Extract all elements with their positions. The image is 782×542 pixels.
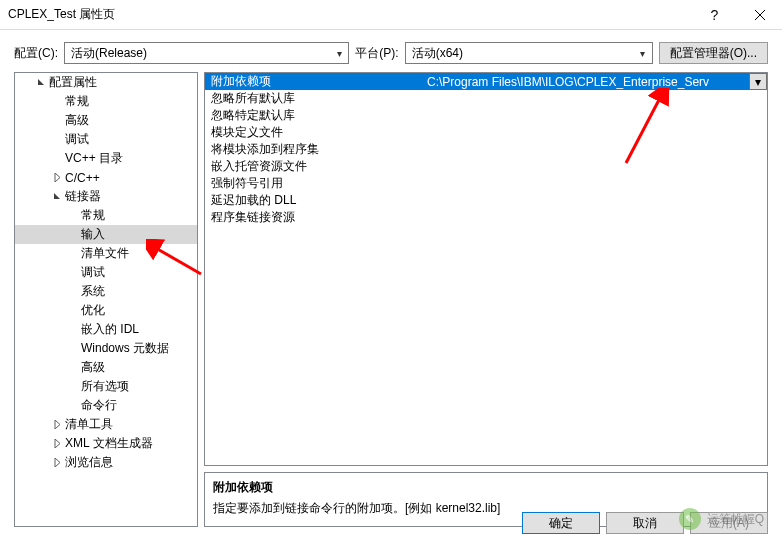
config-label: 配置(C): [14,45,58,62]
tree-node[interactable]: 清单文件 [15,244,197,263]
expander-none [51,96,63,108]
tree-node[interactable]: 清单工具 [15,415,197,434]
chevron-down-icon[interactable]: ▾ [749,73,767,90]
expander-closed-icon[interactable] [51,419,63,431]
tree-node-label: 调试 [65,131,89,148]
property-label: 忽略所有默认库 [205,90,423,107]
tree-node-label: 高级 [81,359,105,376]
expander-closed-icon[interactable] [51,172,63,184]
expander-none [67,400,79,412]
expander-none [67,343,79,355]
tree-node[interactable]: 常规 [15,92,197,111]
tree-node[interactable]: Windows 元数据 [15,339,197,358]
property-value[interactable]: C:\Program Files\IBM\ILOG\CPLEX_Enterpri… [423,75,749,89]
tree-node-label: 配置属性 [49,74,97,91]
tree-node[interactable]: 输入 [15,225,197,244]
tree-node-label: VC++ 目录 [65,150,123,167]
tree-node-label: 清单工具 [65,416,113,433]
tree-node[interactable]: 浏览信息 [15,453,197,472]
tree-node[interactable]: 优化 [15,301,197,320]
tree-node[interactable]: 系统 [15,282,197,301]
tree-node-label: 浏览信息 [65,454,113,471]
expander-open-icon[interactable] [51,191,63,203]
tree-node-label: C/C++ [65,171,100,185]
config-manager-button[interactable]: 配置管理器(O)... [659,42,768,64]
expander-none [67,381,79,393]
tree-node[interactable]: XML 文档生成器 [15,434,197,453]
content: 配置属性常规高级调试VC++ 目录C/C++链接器常规输入清单文件调试系统优化嵌… [0,72,782,527]
tree-node-label: 链接器 [65,188,101,205]
chevron-down-icon: ▾ [634,48,652,59]
tree-node[interactable]: 配置属性 [15,73,197,92]
expander-none [51,134,63,146]
tree-node-label: Windows 元数据 [81,340,169,357]
tree-node-label: 高级 [65,112,89,129]
tree-node-label: 调试 [81,264,105,281]
property-row[interactable]: 模块定义文件 [205,124,767,141]
expander-none [67,324,79,336]
tree-node[interactable]: 高级 [15,358,197,377]
tree-node[interactable]: 调试 [15,130,197,149]
expander-open-icon[interactable] [35,77,47,89]
right-column: 附加依赖项C:\Program Files\IBM\ILOG\CPLEX_Ent… [204,72,768,527]
tree-node-label: 优化 [81,302,105,319]
tree-node-label: 系统 [81,283,105,300]
tree-node[interactable]: VC++ 目录 [15,149,197,168]
property-row[interactable]: 忽略特定默认库 [205,107,767,124]
platform-combo[interactable]: 活动(x64) ▾ [405,42,653,64]
expander-none [51,153,63,165]
property-row[interactable]: 程序集链接资源 [205,209,767,226]
property-row[interactable]: 忽略所有默认库 [205,90,767,107]
property-label: 嵌入托管资源文件 [205,158,423,175]
dialog-buttons: 确定 取消 应用(A) [0,504,782,542]
property-row[interactable]: 延迟加载的 DLL [205,192,767,209]
tree-node[interactable]: C/C++ [15,168,197,187]
window-title: CPLEX_Test 属性页 [8,6,692,23]
property-row[interactable]: 将模块添加到程序集 [205,141,767,158]
platform-label: 平台(P): [355,45,398,62]
property-grid[interactable]: 附加依赖项C:\Program Files\IBM\ILOG\CPLEX_Ent… [204,72,768,466]
expander-none [67,362,79,374]
tree-node-label: 命令行 [81,397,117,414]
property-row[interactable]: 强制符号引用 [205,175,767,192]
tree-node[interactable]: 链接器 [15,187,197,206]
tree-node-label: 常规 [81,207,105,224]
config-value: 活动(Release) [65,45,330,62]
tree-node[interactable]: 常规 [15,206,197,225]
expander-none [51,115,63,127]
close-button[interactable] [737,0,782,30]
cancel-button[interactable]: 取消 [606,512,684,534]
titlebar: CPLEX_Test 属性页 ? [0,0,782,30]
apply-button[interactable]: 应用(A) [690,512,768,534]
config-row: 配置(C): 活动(Release) ▾ 平台(P): 活动(x64) ▾ 配置… [0,30,782,72]
property-label: 附加依赖项 [205,73,423,90]
tree-node[interactable]: 嵌入的 IDL [15,320,197,339]
expander-closed-icon[interactable] [51,457,63,469]
tree-node-label: 所有选项 [81,378,129,395]
property-label: 程序集链接资源 [205,209,423,226]
tree-node[interactable]: 命令行 [15,396,197,415]
tree-node[interactable]: 高级 [15,111,197,130]
chevron-down-icon: ▾ [330,48,348,59]
help-button[interactable]: ? [692,0,737,30]
config-combo[interactable]: 活动(Release) ▾ [64,42,349,64]
nav-tree[interactable]: 配置属性常规高级调试VC++ 目录C/C++链接器常规输入清单文件调试系统优化嵌… [14,72,198,527]
expander-none [67,248,79,260]
expander-none [67,210,79,222]
tree-node-label: 输入 [81,226,105,243]
property-row[interactable]: 嵌入托管资源文件 [205,158,767,175]
expander-closed-icon[interactable] [51,438,63,450]
tree-node-label: 嵌入的 IDL [81,321,139,338]
expander-none [67,305,79,317]
tree-node[interactable]: 调试 [15,263,197,282]
platform-value: 活动(x64) [406,45,634,62]
property-label: 强制符号引用 [205,175,423,192]
close-icon [755,10,765,20]
tree-node[interactable]: 所有选项 [15,377,197,396]
property-row[interactable]: 附加依赖项C:\Program Files\IBM\ILOG\CPLEX_Ent… [205,73,767,90]
expander-none [67,267,79,279]
property-label: 模块定义文件 [205,124,423,141]
ok-button[interactable]: 确定 [522,512,600,534]
tree-node-label: 常规 [65,93,89,110]
tree-node-label: XML 文档生成器 [65,435,153,452]
